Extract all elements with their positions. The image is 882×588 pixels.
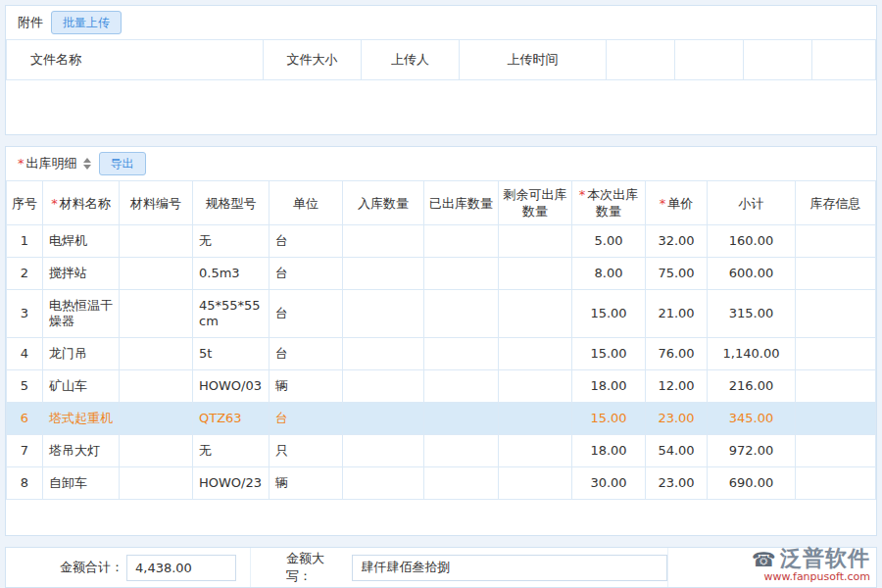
table-cell[interactable]: 辆 (270, 370, 343, 403)
table-cell[interactable] (424, 370, 499, 403)
table-cell[interactable] (424, 467, 499, 500)
table-cell[interactable] (120, 290, 193, 338)
table-cell[interactable]: 160.00 (708, 225, 796, 258)
total-amount-value[interactable] (126, 555, 236, 581)
table-cell[interactable]: 龙门吊 (43, 338, 120, 370)
table-cell[interactable]: 690.00 (708, 467, 796, 500)
table-cell[interactable]: 无 (193, 435, 270, 467)
table-cell[interactable]: 32.00 (646, 225, 708, 258)
table-cell[interactable]: 4 (7, 338, 43, 370)
sort-up-arrow-icon[interactable] (83, 158, 91, 163)
table-cell[interactable]: 0.5m3 (193, 258, 270, 290)
table-row[interactable]: 6塔式起重机QTZ63台15.0023.00345.00 (7, 403, 876, 435)
table-cell[interactable]: 塔式起重机 (43, 403, 120, 435)
table-cell[interactable]: 8 (7, 467, 43, 500)
export-button[interactable]: 导出 (99, 152, 146, 175)
table-cell[interactable] (343, 467, 424, 500)
table-cell[interactable]: 345.00 (708, 403, 796, 435)
table-cell[interactable]: HOWO/03 (193, 370, 270, 403)
table-cell[interactable]: 台 (270, 225, 343, 258)
table-cell[interactable] (796, 370, 876, 403)
table-cell[interactable]: 5t (193, 338, 270, 370)
table-cell[interactable]: 辆 (270, 467, 343, 500)
table-cell[interactable]: 无 (193, 225, 270, 258)
table-cell[interactable]: 1,140.00 (708, 338, 796, 370)
table-row[interactable]: 4龙门吊5t台15.0076.001,140.00 (7, 338, 876, 370)
table-cell[interactable] (499, 225, 572, 258)
sort-spinner-icon[interactable] (83, 158, 91, 170)
table-cell[interactable] (343, 435, 424, 467)
table-cell[interactable]: HOWO/23 (193, 467, 270, 500)
table-cell[interactable] (120, 435, 193, 467)
table-cell[interactable] (120, 258, 193, 290)
table-cell[interactable]: 台 (270, 258, 343, 290)
amount-in-words-value[interactable] (352, 555, 667, 581)
table-cell[interactable] (120, 338, 193, 370)
table-cell[interactable] (343, 290, 424, 338)
table-cell[interactable]: 电焊机 (43, 225, 120, 258)
table-cell[interactable] (499, 370, 572, 403)
table-cell[interactable]: 21.00 (646, 290, 708, 338)
table-cell[interactable]: 1 (7, 225, 43, 258)
table-cell[interactable]: 54.00 (646, 435, 708, 467)
table-cell[interactable]: 75.00 (646, 258, 708, 290)
table-cell[interactable]: 15.00 (572, 290, 646, 338)
table-cell[interactable] (343, 370, 424, 403)
table-cell[interactable] (424, 435, 499, 467)
table-cell[interactable] (499, 338, 572, 370)
table-cell[interactable] (120, 370, 193, 403)
table-cell[interactable]: 电热恒温干燥器 (43, 290, 120, 338)
table-cell[interactable]: 只 (270, 435, 343, 467)
table-row[interactable]: 5矿山车HOWO/03辆18.0012.00216.00 (7, 370, 876, 403)
table-cell[interactable]: 12.00 (646, 370, 708, 403)
table-row[interactable]: 3电热恒温干燥器45*55*55cm台15.0021.00315.00 (7, 290, 876, 338)
table-cell[interactable]: 23.00 (646, 467, 708, 500)
table-row[interactable]: 7塔吊大灯无只18.0054.00972.00 (7, 435, 876, 467)
table-cell[interactable]: 23.00 (646, 403, 708, 435)
table-cell[interactable]: 15.00 (572, 338, 646, 370)
table-cell[interactable] (120, 225, 193, 258)
table-row[interactable]: 1电焊机无台5.0032.00160.00 (7, 225, 876, 258)
table-cell[interactable]: 矿山车 (43, 370, 120, 403)
table-cell[interactable]: 3 (7, 290, 43, 338)
table-cell[interactable] (499, 258, 572, 290)
table-cell[interactable]: 搅拌站 (43, 258, 120, 290)
table-cell[interactable]: 台 (270, 338, 343, 370)
table-cell[interactable] (796, 338, 876, 370)
table-cell[interactable]: 8.00 (572, 258, 646, 290)
table-cell[interactable]: 216.00 (708, 370, 796, 403)
sort-down-arrow-icon[interactable] (83, 165, 91, 170)
table-cell[interactable] (796, 258, 876, 290)
table-cell[interactable]: 18.00 (572, 435, 646, 467)
table-cell[interactable]: 45*55*55cm (193, 290, 270, 338)
table-cell[interactable]: 18.00 (572, 370, 646, 403)
table-cell[interactable] (120, 467, 193, 500)
table-cell[interactable] (343, 338, 424, 370)
table-cell[interactable]: 台 (270, 290, 343, 338)
table-cell[interactable] (120, 403, 193, 435)
table-cell[interactable]: 30.00 (572, 467, 646, 500)
table-cell[interactable]: 600.00 (708, 258, 796, 290)
table-cell[interactable]: 台 (270, 403, 343, 435)
table-cell[interactable]: 315.00 (708, 290, 796, 338)
table-cell[interactable] (796, 403, 876, 435)
table-cell[interactable]: 自卸车 (43, 467, 120, 500)
table-row[interactable]: 2搅拌站0.5m3台8.0075.00600.00 (7, 258, 876, 290)
table-cell[interactable] (796, 435, 876, 467)
table-cell[interactable] (499, 403, 572, 435)
table-cell[interactable] (499, 467, 572, 500)
table-cell[interactable]: 76.00 (646, 338, 708, 370)
table-cell[interactable]: 塔吊大灯 (43, 435, 120, 467)
table-cell[interactable] (796, 225, 876, 258)
table-cell[interactable] (343, 258, 424, 290)
table-cell[interactable] (424, 225, 499, 258)
table-cell[interactable] (424, 258, 499, 290)
table-cell[interactable] (499, 290, 572, 338)
table-cell[interactable] (343, 403, 424, 435)
table-cell[interactable] (424, 338, 499, 370)
table-cell[interactable] (424, 290, 499, 338)
table-cell[interactable] (343, 225, 424, 258)
table-cell[interactable]: 15.00 (572, 403, 646, 435)
table-cell[interactable] (796, 290, 876, 338)
table-cell[interactable] (499, 435, 572, 467)
